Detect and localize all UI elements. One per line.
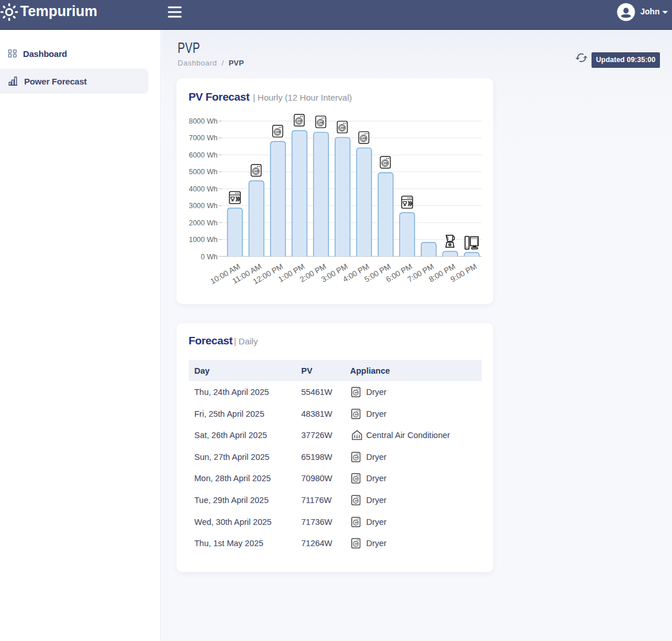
svg-text:4000 Wh: 4000 Wh [189, 185, 217, 193]
svg-text:2000 Wh: 2000 Wh [189, 219, 217, 227]
svg-text:1000 Wh: 1000 Wh [189, 236, 217, 244]
svg-text:5000 Wh: 5000 Wh [189, 168, 217, 176]
svg-text:0 Wh: 0 Wh [201, 253, 217, 261]
svg-text:3000 Wh: 3000 Wh [189, 202, 217, 210]
svg-text:7000 Wh: 7000 Wh [189, 134, 217, 142]
svg-text:8000 Wh: 8000 Wh [189, 117, 217, 125]
svg-text:6000 Wh: 6000 Wh [189, 151, 217, 159]
